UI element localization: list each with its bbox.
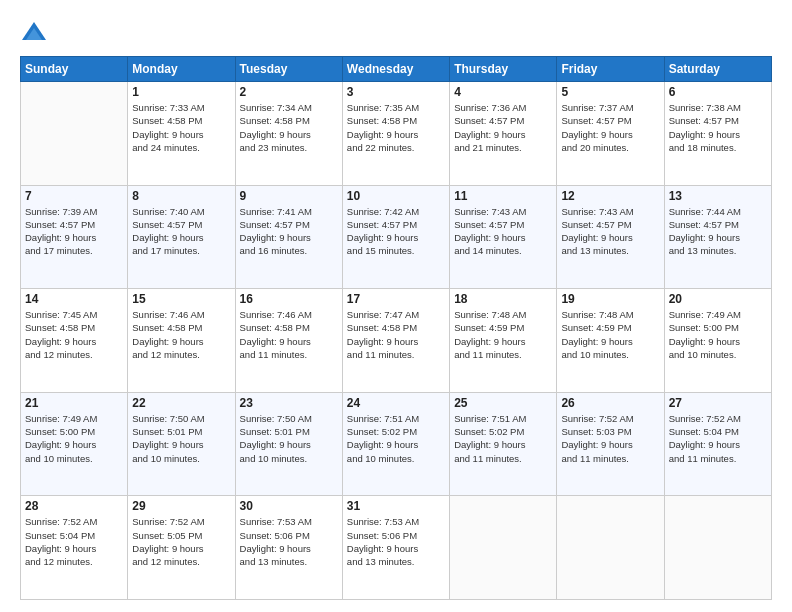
day-number: 27 bbox=[669, 396, 767, 410]
day-info: Sunrise: 7:37 AM Sunset: 4:57 PM Dayligh… bbox=[561, 101, 659, 154]
day-number: 23 bbox=[240, 396, 338, 410]
day-number: 1 bbox=[132, 85, 230, 99]
calendar-cell: 30Sunrise: 7:53 AM Sunset: 5:06 PM Dayli… bbox=[235, 496, 342, 600]
calendar-cell: 8Sunrise: 7:40 AM Sunset: 4:57 PM Daylig… bbox=[128, 185, 235, 289]
calendar-cell bbox=[450, 496, 557, 600]
day-info: Sunrise: 7:40 AM Sunset: 4:57 PM Dayligh… bbox=[132, 205, 230, 258]
day-number: 29 bbox=[132, 499, 230, 513]
header bbox=[20, 18, 772, 46]
weekday-header-row: SundayMondayTuesdayWednesdayThursdayFrid… bbox=[21, 57, 772, 82]
day-number: 31 bbox=[347, 499, 445, 513]
weekday-header: Wednesday bbox=[342, 57, 449, 82]
calendar-cell: 11Sunrise: 7:43 AM Sunset: 4:57 PM Dayli… bbox=[450, 185, 557, 289]
day-number: 22 bbox=[132, 396, 230, 410]
calendar-cell: 27Sunrise: 7:52 AM Sunset: 5:04 PM Dayli… bbox=[664, 392, 771, 496]
day-number: 6 bbox=[669, 85, 767, 99]
day-number: 12 bbox=[561, 189, 659, 203]
calendar-cell: 10Sunrise: 7:42 AM Sunset: 4:57 PM Dayli… bbox=[342, 185, 449, 289]
weekday-header: Friday bbox=[557, 57, 664, 82]
calendar-cell: 23Sunrise: 7:50 AM Sunset: 5:01 PM Dayli… bbox=[235, 392, 342, 496]
calendar-cell: 28Sunrise: 7:52 AM Sunset: 5:04 PM Dayli… bbox=[21, 496, 128, 600]
day-info: Sunrise: 7:35 AM Sunset: 4:58 PM Dayligh… bbox=[347, 101, 445, 154]
calendar-cell: 18Sunrise: 7:48 AM Sunset: 4:59 PM Dayli… bbox=[450, 289, 557, 393]
day-number: 4 bbox=[454, 85, 552, 99]
calendar-cell: 2Sunrise: 7:34 AM Sunset: 4:58 PM Daylig… bbox=[235, 82, 342, 186]
weekday-header: Monday bbox=[128, 57, 235, 82]
calendar-cell: 20Sunrise: 7:49 AM Sunset: 5:00 PM Dayli… bbox=[664, 289, 771, 393]
day-info: Sunrise: 7:47 AM Sunset: 4:58 PM Dayligh… bbox=[347, 308, 445, 361]
day-info: Sunrise: 7:34 AM Sunset: 4:58 PM Dayligh… bbox=[240, 101, 338, 154]
day-info: Sunrise: 7:49 AM Sunset: 5:00 PM Dayligh… bbox=[25, 412, 123, 465]
calendar-cell bbox=[21, 82, 128, 186]
day-number: 24 bbox=[347, 396, 445, 410]
calendar-cell: 31Sunrise: 7:53 AM Sunset: 5:06 PM Dayli… bbox=[342, 496, 449, 600]
day-info: Sunrise: 7:50 AM Sunset: 5:01 PM Dayligh… bbox=[132, 412, 230, 465]
calendar-cell bbox=[664, 496, 771, 600]
day-number: 14 bbox=[25, 292, 123, 306]
day-info: Sunrise: 7:39 AM Sunset: 4:57 PM Dayligh… bbox=[25, 205, 123, 258]
day-number: 21 bbox=[25, 396, 123, 410]
day-info: Sunrise: 7:48 AM Sunset: 4:59 PM Dayligh… bbox=[561, 308, 659, 361]
calendar-page: SundayMondayTuesdayWednesdayThursdayFrid… bbox=[0, 0, 792, 612]
day-number: 2 bbox=[240, 85, 338, 99]
calendar-week-row: 14Sunrise: 7:45 AM Sunset: 4:58 PM Dayli… bbox=[21, 289, 772, 393]
day-info: Sunrise: 7:43 AM Sunset: 4:57 PM Dayligh… bbox=[454, 205, 552, 258]
calendar-cell: 9Sunrise: 7:41 AM Sunset: 4:57 PM Daylig… bbox=[235, 185, 342, 289]
logo bbox=[20, 18, 52, 46]
day-info: Sunrise: 7:46 AM Sunset: 4:58 PM Dayligh… bbox=[132, 308, 230, 361]
day-number: 11 bbox=[454, 189, 552, 203]
day-info: Sunrise: 7:45 AM Sunset: 4:58 PM Dayligh… bbox=[25, 308, 123, 361]
day-info: Sunrise: 7:43 AM Sunset: 4:57 PM Dayligh… bbox=[561, 205, 659, 258]
day-info: Sunrise: 7:48 AM Sunset: 4:59 PM Dayligh… bbox=[454, 308, 552, 361]
weekday-header: Thursday bbox=[450, 57, 557, 82]
day-number: 25 bbox=[454, 396, 552, 410]
calendar-cell: 21Sunrise: 7:49 AM Sunset: 5:00 PM Dayli… bbox=[21, 392, 128, 496]
day-number: 15 bbox=[132, 292, 230, 306]
calendar-cell: 16Sunrise: 7:46 AM Sunset: 4:58 PM Dayli… bbox=[235, 289, 342, 393]
calendar-week-row: 1Sunrise: 7:33 AM Sunset: 4:58 PM Daylig… bbox=[21, 82, 772, 186]
calendar-cell: 5Sunrise: 7:37 AM Sunset: 4:57 PM Daylig… bbox=[557, 82, 664, 186]
day-info: Sunrise: 7:33 AM Sunset: 4:58 PM Dayligh… bbox=[132, 101, 230, 154]
calendar-cell: 29Sunrise: 7:52 AM Sunset: 5:05 PM Dayli… bbox=[128, 496, 235, 600]
calendar-cell: 15Sunrise: 7:46 AM Sunset: 4:58 PM Dayli… bbox=[128, 289, 235, 393]
day-info: Sunrise: 7:41 AM Sunset: 4:57 PM Dayligh… bbox=[240, 205, 338, 258]
day-info: Sunrise: 7:42 AM Sunset: 4:57 PM Dayligh… bbox=[347, 205, 445, 258]
day-number: 17 bbox=[347, 292, 445, 306]
calendar-week-row: 21Sunrise: 7:49 AM Sunset: 5:00 PM Dayli… bbox=[21, 392, 772, 496]
day-number: 5 bbox=[561, 85, 659, 99]
day-info: Sunrise: 7:51 AM Sunset: 5:02 PM Dayligh… bbox=[347, 412, 445, 465]
day-info: Sunrise: 7:52 AM Sunset: 5:03 PM Dayligh… bbox=[561, 412, 659, 465]
calendar-cell: 14Sunrise: 7:45 AM Sunset: 4:58 PM Dayli… bbox=[21, 289, 128, 393]
calendar-cell bbox=[557, 496, 664, 600]
day-number: 30 bbox=[240, 499, 338, 513]
calendar-cell: 6Sunrise: 7:38 AM Sunset: 4:57 PM Daylig… bbox=[664, 82, 771, 186]
day-number: 18 bbox=[454, 292, 552, 306]
day-info: Sunrise: 7:52 AM Sunset: 5:04 PM Dayligh… bbox=[669, 412, 767, 465]
weekday-header: Sunday bbox=[21, 57, 128, 82]
calendar-cell: 7Sunrise: 7:39 AM Sunset: 4:57 PM Daylig… bbox=[21, 185, 128, 289]
day-number: 10 bbox=[347, 189, 445, 203]
calendar-cell: 3Sunrise: 7:35 AM Sunset: 4:58 PM Daylig… bbox=[342, 82, 449, 186]
day-info: Sunrise: 7:53 AM Sunset: 5:06 PM Dayligh… bbox=[347, 515, 445, 568]
calendar-cell: 26Sunrise: 7:52 AM Sunset: 5:03 PM Dayli… bbox=[557, 392, 664, 496]
calendar-cell: 13Sunrise: 7:44 AM Sunset: 4:57 PM Dayli… bbox=[664, 185, 771, 289]
day-info: Sunrise: 7:36 AM Sunset: 4:57 PM Dayligh… bbox=[454, 101, 552, 154]
calendar-week-row: 7Sunrise: 7:39 AM Sunset: 4:57 PM Daylig… bbox=[21, 185, 772, 289]
day-number: 9 bbox=[240, 189, 338, 203]
day-info: Sunrise: 7:53 AM Sunset: 5:06 PM Dayligh… bbox=[240, 515, 338, 568]
day-info: Sunrise: 7:51 AM Sunset: 5:02 PM Dayligh… bbox=[454, 412, 552, 465]
calendar-week-row: 28Sunrise: 7:52 AM Sunset: 5:04 PM Dayli… bbox=[21, 496, 772, 600]
day-number: 3 bbox=[347, 85, 445, 99]
day-info: Sunrise: 7:52 AM Sunset: 5:04 PM Dayligh… bbox=[25, 515, 123, 568]
day-info: Sunrise: 7:38 AM Sunset: 4:57 PM Dayligh… bbox=[669, 101, 767, 154]
logo-icon bbox=[20, 18, 48, 46]
calendar-cell: 25Sunrise: 7:51 AM Sunset: 5:02 PM Dayli… bbox=[450, 392, 557, 496]
calendar-cell: 19Sunrise: 7:48 AM Sunset: 4:59 PM Dayli… bbox=[557, 289, 664, 393]
weekday-header: Saturday bbox=[664, 57, 771, 82]
day-number: 8 bbox=[132, 189, 230, 203]
day-number: 7 bbox=[25, 189, 123, 203]
calendar-cell: 4Sunrise: 7:36 AM Sunset: 4:57 PM Daylig… bbox=[450, 82, 557, 186]
day-info: Sunrise: 7:50 AM Sunset: 5:01 PM Dayligh… bbox=[240, 412, 338, 465]
day-number: 19 bbox=[561, 292, 659, 306]
weekday-header: Tuesday bbox=[235, 57, 342, 82]
